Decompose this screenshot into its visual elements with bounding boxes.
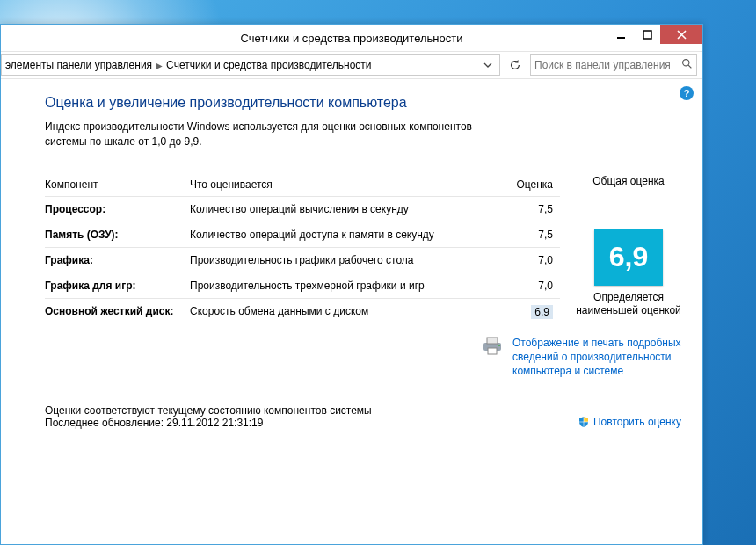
table-row: Процессор: Количество операций вычислени… <box>45 196 560 222</box>
table-row: Память (ОЗУ): Количество операций доступ… <box>45 222 560 247</box>
col-score: Оценка <box>512 175 560 197</box>
component-name: Процессор: <box>45 196 190 222</box>
svg-rect-1 <box>643 31 651 39</box>
component-score: 7,5 <box>512 196 560 222</box>
overall-header: Общая оценка <box>576 175 681 187</box>
main-content: ? Оценка и увеличение производительности… <box>11 79 702 544</box>
component-metric: Производительность графики рабочего стол… <box>190 247 512 272</box>
page-title: Оценка и увеличение производительности к… <box>45 95 681 111</box>
svg-point-2 <box>683 60 689 66</box>
component-metric: Количество операций доступа к памяти в с… <box>190 222 512 247</box>
col-metric: Что оценивается <box>190 175 512 197</box>
rerun-assessment[interactable]: Повторить оценку <box>578 415 681 429</box>
breadcrumb-dropdown-button[interactable] <box>480 55 496 75</box>
component-name: Память (ОЗУ): <box>45 222 190 247</box>
address-toolbar: элементы панели управления ▶ Счетчики и … <box>1 51 702 79</box>
window-buttons <box>607 25 702 44</box>
component-name: Графика: <box>45 247 190 272</box>
table-row: Графика: Производительность графики рабо… <box>45 247 560 272</box>
svg-line-3 <box>688 65 691 68</box>
component-score: 7,0 <box>512 247 560 272</box>
chevron-right-icon: ▶ <box>156 61 163 70</box>
component-metric: Скорость обмена данными с диском <box>190 298 512 325</box>
component-metric: Количество операций вычисления в секунду <box>190 196 512 222</box>
search-input[interactable] <box>534 59 681 71</box>
maximize-button[interactable] <box>634 25 660 44</box>
footer-row: Оценки соответствуют текущему состоянию … <box>45 404 681 429</box>
status-line: Оценки соответствуют текущему состоянию … <box>45 404 372 417</box>
status-block: Оценки соответствуют текущему состоянию … <box>45 404 372 429</box>
col-component: Компонент <box>45 175 190 197</box>
left-pane-sliver <box>1 79 11 544</box>
print-details-row: Отображение и печать подробных сведений … <box>45 336 681 379</box>
breadcrumb[interactable]: элементы панели управления ▶ Счетчики и … <box>1 54 500 76</box>
svg-rect-0 <box>617 37 625 39</box>
breadcrumb-item-1[interactable]: элементы панели управления <box>5 59 152 71</box>
page-description: Индекс производительности Windows исполь… <box>45 120 502 150</box>
close-button[interactable] <box>660 25 702 44</box>
component-score: 7,5 <box>512 222 560 247</box>
overall-caption: Определяется наименьшей оценкой <box>576 291 681 318</box>
breadcrumb-item-2[interactable]: Счетчики и средства производительности <box>166 59 371 71</box>
svg-rect-5 <box>487 338 498 344</box>
help-icon[interactable]: ? <box>680 86 694 100</box>
window-title: Счетчики и средства производительности <box>1 32 702 45</box>
table-row: Графика для игр: Производительность трех… <box>45 272 560 298</box>
rerun-link[interactable]: Повторить оценку <box>593 415 681 429</box>
table-row: Основной жесткий диск: Скорость обмена д… <box>45 298 560 325</box>
component-name: Графика для игр: <box>45 272 190 298</box>
component-name: Основной жесткий диск: <box>45 298 190 325</box>
component-score: 7,0 <box>512 272 560 298</box>
search-icon[interactable] <box>681 58 693 72</box>
printer-icon <box>481 336 505 355</box>
shield-icon <box>578 416 590 428</box>
overall-score-column: Общая оценка 6,9 Определяется наименьшей… <box>576 175 681 325</box>
refresh-button[interactable] <box>505 55 525 75</box>
minimize-button[interactable] <box>607 25 634 44</box>
rating-area: Компонент Что оценивается Оценка Процесс… <box>45 175 681 325</box>
search-box[interactable] <box>530 54 697 76</box>
svg-rect-6 <box>488 348 497 354</box>
overall-score-tile: 6,9 <box>594 229 663 286</box>
print-details-link[interactable]: Отображение и печать подробных сведений … <box>512 336 681 379</box>
component-score-lowest: 6,9 <box>512 298 560 325</box>
components-table-wrap: Компонент Что оценивается Оценка Процесс… <box>45 175 560 325</box>
component-metric: Производительность трехмерной графики и … <box>190 272 512 298</box>
components-table: Компонент Что оценивается Оценка Процесс… <box>45 175 560 325</box>
titlebar[interactable]: Счетчики и средства производительности <box>1 25 702 51</box>
content-body: ? Оценка и увеличение производительности… <box>1 79 702 544</box>
svg-point-7 <box>498 345 500 346</box>
last-update: Последнее обновление: 29.11.2012 21:31:1… <box>45 417 372 429</box>
window: Счетчики и средства производительности э… <box>0 24 703 545</box>
